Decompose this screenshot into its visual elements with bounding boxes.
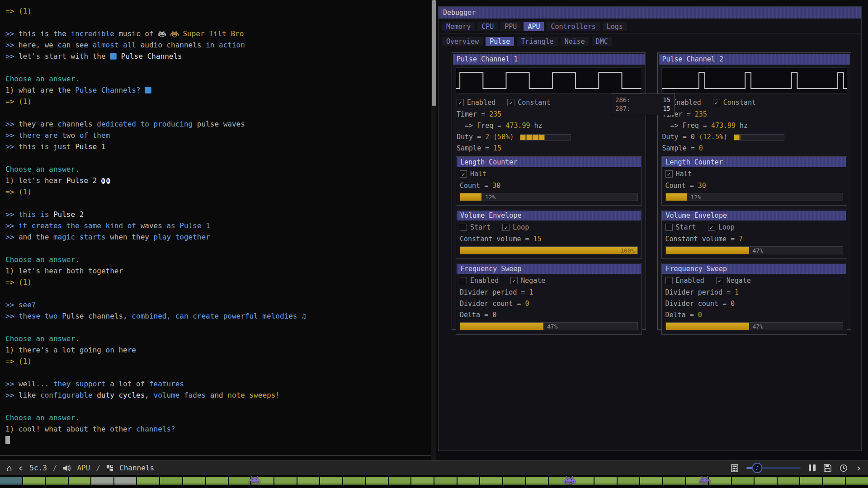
timeline-segment[interactable] (594, 477, 617, 485)
timeline-segment[interactable] (274, 477, 297, 485)
breadcrumb-apu[interactable]: APU (77, 464, 90, 472)
timeline-segment[interactable] (23, 477, 45, 485)
timeline-segment[interactable] (366, 477, 388, 485)
timeline-segment[interactable] (183, 477, 205, 485)
terminal-text: Choose an answer. (5, 334, 80, 343)
bar-label: 47% (547, 323, 557, 330)
negate-checkbox[interactable]: ✓ Negate (716, 277, 751, 285)
volume-slider[interactable]: ♪ (746, 467, 801, 469)
negate-checkbox[interactable]: ✓ Negate (510, 277, 545, 285)
bar-label: 47% (753, 247, 763, 254)
subtab-noise[interactable]: Noise (561, 37, 589, 46)
timeline-segment[interactable] (709, 477, 731, 485)
timeline-segment[interactable] (343, 477, 365, 485)
timeline-segment[interactable] (411, 477, 434, 485)
terminal-text: features (149, 380, 184, 388)
timeline-segment[interactable] (480, 477, 502, 485)
calculator-button[interactable] (731, 464, 738, 472)
timeline-segment[interactable] (69, 477, 91, 485)
timeline-segment[interactable] (114, 477, 137, 485)
tab-memory[interactable]: Memory (442, 22, 475, 31)
pause-button[interactable] (809, 465, 816, 471)
forward-button[interactable]: › (856, 464, 862, 473)
sweep-enabled-checkbox[interactable]: ✓ Enabled (665, 277, 704, 285)
start-checkbox[interactable]: ✓ Start (460, 223, 491, 231)
timeline-segment[interactable] (160, 477, 182, 485)
loop-checkbox[interactable]: ✓ Loop (502, 223, 529, 231)
timeline-segment[interactable] (229, 477, 251, 485)
terminal-text: >> (5, 120, 19, 128)
terminal-scrollbar[interactable] (431, 0, 436, 460)
subtab-dmc[interactable]: DMC (592, 37, 612, 46)
terminal-line: >> here, we can see almost all audio cha… (5, 39, 431, 51)
terminal-text: well... (19, 380, 53, 388)
timeline-segment[interactable] (663, 477, 685, 485)
terminal-text: duty cycles, (97, 391, 153, 399)
timeline-segment[interactable] (434, 477, 457, 485)
start-checkbox[interactable]: ✓ Start (665, 223, 696, 231)
loop-checkbox[interactable]: ✓ Loop (708, 223, 735, 231)
timeline-segment[interactable] (618, 477, 640, 485)
constant-checkbox[interactable]: ✓ Constant (713, 99, 756, 107)
timeline-segment[interactable] (206, 477, 228, 485)
timeline-segment[interactable] (503, 477, 525, 485)
timeline-segment[interactable] (732, 477, 754, 485)
bar-fill (460, 193, 481, 201)
terminal-text: >> (5, 312, 19, 320)
subtab-triangle[interactable]: Triangle (517, 37, 557, 46)
length-counter-bar: 12% (460, 193, 638, 201)
timeline-segment[interactable] (389, 477, 411, 485)
terminal-text: audio channels (141, 41, 206, 49)
timeline-segment[interactable] (458, 477, 480, 485)
back-button[interactable]: ‹ (18, 464, 24, 473)
timeline-segment[interactable] (755, 477, 777, 485)
timeline-segment[interactable] (320, 477, 342, 485)
halt-checkbox[interactable]: ✓ Halt (665, 170, 692, 178)
terminal-text: incredible (71, 29, 119, 38)
tab-logs[interactable]: Logs (603, 22, 627, 31)
enabled-checkbox[interactable]: ✓ Enabled (457, 99, 495, 107)
constant-checkbox[interactable]: ✓ Constant (507, 99, 550, 107)
debugger-titlebar[interactable]: Debugger (439, 7, 861, 19)
scrollbar-thumb[interactable] (432, 0, 436, 106)
timeline-segment[interactable] (846, 477, 868, 485)
subtab-overview[interactable]: Overview (442, 37, 483, 46)
timeline-segment[interactable] (137, 477, 159, 485)
halt-checkbox[interactable]: ✓ Halt (460, 170, 486, 178)
timeline-segment[interactable] (823, 477, 845, 485)
terminal-text (179, 29, 183, 38)
tab-controllers[interactable]: Controllers (547, 22, 599, 31)
save-button[interactable] (824, 464, 831, 472)
breadcrumb-channels[interactable]: Channels (119, 464, 154, 472)
timeline-segment[interactable] (800, 477, 822, 485)
terminal-line: => (1) (5, 356, 431, 367)
tab-cpu[interactable]: CPU (477, 22, 498, 31)
terminal-line: Choose an answer. (5, 73, 431, 84)
timeline-segment[interactable] (297, 477, 320, 485)
timeline-segment[interactable] (526, 477, 548, 485)
terminal-text: Pulse Channels (121, 52, 182, 61)
timeline-segment[interactable] (46, 477, 68, 485)
timeline-segment[interactable] (640, 477, 662, 485)
timeline-segment[interactable] (0, 477, 22, 485)
sub-tabs: OverviewPulseTriangleNoiseDMC (439, 33, 861, 48)
timeline-segment[interactable] (91, 477, 113, 485)
terminal-text: >> (5, 52, 19, 61)
slider-knob[interactable]: ♪ (752, 463, 762, 473)
subtab-pulse[interactable]: Pulse (486, 37, 514, 46)
tab-apu[interactable]: APU (524, 22, 544, 31)
clock-button[interactable] (840, 464, 848, 472)
channel-panel-title: Pulse Channel 2 (659, 54, 850, 65)
terminal-text: as (166, 221, 179, 230)
breadcrumb-level[interactable]: 5c.3 (29, 464, 47, 472)
tab-ppu[interactable]: PPU (500, 22, 521, 31)
home-button[interactable]: ⌂ (6, 463, 12, 474)
terminal-text: let's start with the (19, 52, 110, 61)
terminal-text: Pulse 2 (53, 210, 84, 219)
terminal-text: >> (5, 300, 19, 309)
timeline-segment[interactable] (778, 477, 800, 485)
freq-value: => Freq = 473.99 hz (658, 120, 851, 131)
breadcrumb-separator: / (96, 464, 100, 472)
sweep-enabled-checkbox[interactable]: ✓ Enabled (460, 277, 499, 285)
timeline-segment[interactable] (571, 477, 594, 485)
